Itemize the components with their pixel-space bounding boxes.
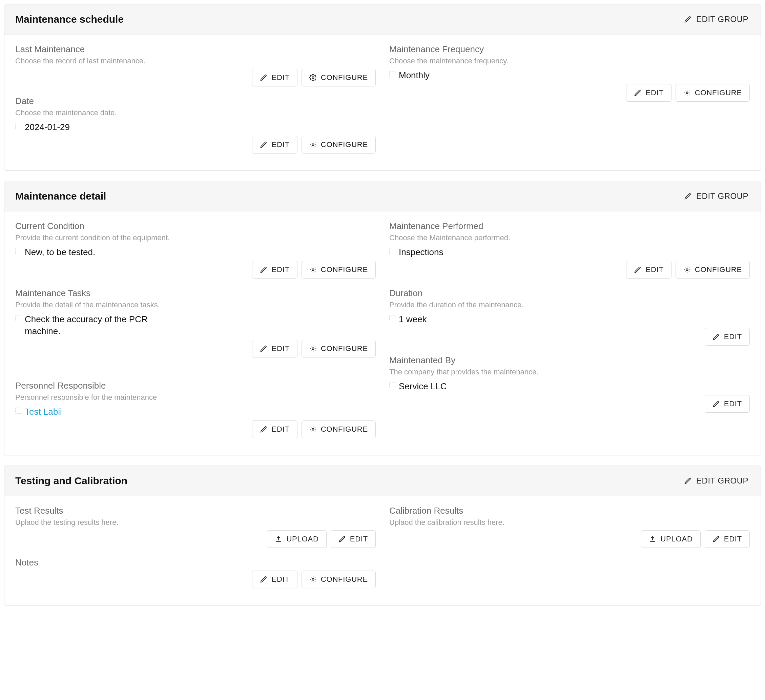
upload-button[interactable]: UPLOAD bbox=[641, 530, 700, 548]
field-hint: Personnel responsible for the maintenanc… bbox=[15, 393, 376, 402]
configure-button[interactable]: CONFIGURE bbox=[675, 84, 750, 102]
button-label: CONFIGURE bbox=[321, 344, 368, 353]
upload-icon bbox=[649, 535, 656, 543]
button-label: CONFIGURE bbox=[321, 73, 368, 82]
edit-group-button[interactable]: EDIT GROUP bbox=[683, 13, 750, 26]
svg-point-3 bbox=[312, 269, 314, 271]
field-notes: Notes EDIT CONFIGURE bbox=[15, 557, 376, 591]
gear-icon bbox=[683, 266, 691, 274]
field-personnel-responsible: Personnel Responsible Personnel responsi… bbox=[15, 381, 376, 442]
pencil-icon bbox=[684, 192, 691, 200]
field-hint: Uplaod the testing results here. bbox=[15, 518, 376, 527]
pencil-icon bbox=[713, 535, 720, 543]
field-label: Notes bbox=[15, 557, 376, 568]
field-hint: Choose the record of last maintenance. bbox=[15, 57, 376, 65]
pencil-icon bbox=[260, 141, 267, 148]
field-duration: Duration Provide the duration of the mai… bbox=[389, 288, 750, 349]
button-label: CONFIGURE bbox=[321, 425, 368, 434]
pencil-icon bbox=[684, 477, 691, 484]
field-value: 1 week bbox=[399, 313, 427, 325]
button-label: UPLOAD bbox=[660, 535, 693, 543]
configure-button[interactable]: CONFIGURE bbox=[302, 69, 376, 87]
upload-button[interactable]: UPLOAD bbox=[267, 530, 326, 548]
edit-button[interactable]: EDIT bbox=[705, 328, 750, 346]
edit-button[interactable]: EDIT bbox=[252, 420, 297, 438]
field-maintenance-frequency: Maintenance Frequency Choose the mainten… bbox=[389, 44, 750, 105]
edit-button[interactable]: EDIT bbox=[626, 84, 671, 102]
gear-icon bbox=[309, 576, 317, 583]
field-label: Date bbox=[15, 96, 376, 106]
field-value: Check the accuracy of the PCR machine. bbox=[25, 313, 167, 337]
group-maintenance-detail: Maintenance detail EDIT GROUP Current Co… bbox=[4, 181, 761, 455]
pencil-icon bbox=[713, 333, 720, 340]
field-date: Date Choose the maintenance date. 2024-0… bbox=[15, 96, 376, 157]
checkbox-placeholder-icon bbox=[15, 315, 21, 321]
pencil-icon bbox=[634, 89, 641, 97]
group-title: Maintenance schedule bbox=[15, 14, 124, 25]
button-label: EDIT bbox=[724, 400, 742, 408]
field-maintenance-performed: Maintenance Performed Choose the Mainten… bbox=[389, 221, 750, 282]
gear-icon bbox=[309, 345, 317, 352]
edit-button[interactable]: EDIT bbox=[252, 69, 297, 87]
button-label: EDIT bbox=[724, 535, 742, 543]
pencil-icon bbox=[713, 400, 720, 407]
field-value: Monthly bbox=[399, 69, 430, 81]
configure-button[interactable]: CONFIGURE bbox=[302, 136, 376, 154]
field-label: Maintenance Frequency bbox=[389, 44, 750, 55]
field-test-results: Test Results Uplaod the testing results … bbox=[15, 505, 376, 551]
checkbox-placeholder-icon bbox=[389, 382, 395, 388]
button-label: EDIT bbox=[271, 265, 289, 274]
button-label: EDIT bbox=[271, 344, 289, 353]
edit-button[interactable]: EDIT bbox=[252, 340, 297, 357]
pencil-icon bbox=[260, 426, 267, 433]
field-label: Duration bbox=[389, 288, 750, 299]
group-maintenance-schedule: Maintenance schedule EDIT GROUP Last Mai… bbox=[4, 4, 761, 171]
field-calibration-results: Calibration Results Uplaod the calibrati… bbox=[389, 505, 750, 551]
edit-group-button[interactable]: EDIT GROUP bbox=[683, 474, 750, 488]
field-label: Last Maintenance bbox=[15, 44, 376, 55]
button-label: EDIT bbox=[271, 73, 289, 82]
field-hint: The company that provides the maintenanc… bbox=[389, 368, 750, 376]
svg-point-4 bbox=[312, 348, 314, 350]
card-header: Testing and Calibration EDIT GROUP bbox=[5, 466, 760, 496]
edit-button[interactable]: EDIT bbox=[252, 261, 297, 278]
edit-group-button[interactable]: EDIT GROUP bbox=[683, 189, 750, 203]
checkbox-placeholder-icon bbox=[389, 315, 395, 321]
checkbox-placeholder-icon bbox=[389, 248, 395, 254]
checkbox-placeholder-icon bbox=[15, 407, 21, 414]
field-hint: Choose the maintenance date. bbox=[15, 109, 376, 117]
gear-icon bbox=[309, 266, 317, 274]
edit-button[interactable]: EDIT bbox=[252, 136, 297, 154]
field-hint: Choose the maintenance frequency. bbox=[389, 57, 750, 65]
button-label: EDIT bbox=[271, 140, 289, 149]
configure-button[interactable]: CONFIGURE bbox=[302, 420, 376, 438]
edit-button[interactable]: EDIT bbox=[331, 530, 376, 548]
button-label: CONFIGURE bbox=[695, 265, 742, 274]
configure-button[interactable]: CONFIGURE bbox=[302, 261, 376, 278]
field-maintained-by: Maintenanted By The company that provide… bbox=[389, 355, 750, 416]
edit-group-label: EDIT GROUP bbox=[696, 192, 748, 201]
configure-button[interactable]: CONFIGURE bbox=[675, 261, 750, 278]
personnel-link[interactable]: Test Labii bbox=[25, 406, 62, 418]
field-hint: Provide the detail of the maintenance ta… bbox=[15, 300, 376, 309]
configure-button[interactable]: CONFIGURE bbox=[302, 571, 376, 588]
field-label: Maintenanted By bbox=[389, 355, 750, 366]
field-value: Inspections bbox=[399, 246, 444, 258]
field-label: Maintenance Performed bbox=[389, 221, 750, 231]
edit-button[interactable]: EDIT bbox=[705, 530, 750, 548]
edit-button[interactable]: EDIT bbox=[252, 571, 297, 588]
upload-icon bbox=[275, 535, 282, 543]
edit-button[interactable]: EDIT bbox=[705, 395, 750, 413]
edit-group-label: EDIT GROUP bbox=[696, 14, 748, 24]
edit-button[interactable]: EDIT bbox=[626, 261, 671, 278]
button-label: CONFIGURE bbox=[695, 88, 742, 97]
configure-button[interactable]: CONFIGURE bbox=[302, 340, 376, 357]
button-label: EDIT bbox=[645, 265, 663, 274]
button-label: EDIT bbox=[271, 425, 289, 434]
pencil-icon bbox=[338, 535, 346, 543]
button-label: EDIT bbox=[350, 535, 368, 543]
button-label: CONFIGURE bbox=[321, 575, 368, 584]
gear-icon bbox=[309, 426, 317, 433]
button-label: CONFIGURE bbox=[321, 265, 368, 274]
field-label: Personnel Responsible bbox=[15, 381, 376, 391]
